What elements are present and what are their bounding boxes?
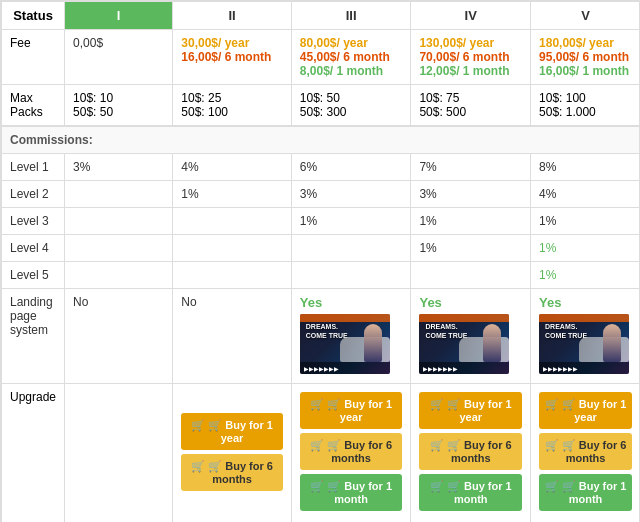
level5-row: Level 5 1% <box>2 262 641 289</box>
level3-ii <box>173 208 291 235</box>
level5-iv <box>411 262 531 289</box>
max-packs-ii: 10$: 25 50$: 100 <box>173 85 291 127</box>
upgrade-iv: 🛒 Buy for 1 year 🛒 Buy for 6 months 🛒 Bu… <box>411 384 531 523</box>
landing-v: Yes DREAMS.COME TRUE ▶▶▶▶▶▶▶ <box>531 289 640 384</box>
upgrade-iv-6months-button[interactable]: 🛒 Buy for 6 months <box>419 433 522 470</box>
landing-image-v: DREAMS.COME TRUE ▶▶▶▶▶▶▶ <box>539 314 629 374</box>
header-col-iv: IV <box>411 2 531 30</box>
level3-label: Level 3 <box>2 208 65 235</box>
upgrade-v-1month-button[interactable]: 🛒 Buy for 1 month <box>539 474 632 511</box>
landing-image-iv: DREAMS.COME TRUE ▶▶▶▶▶▶▶ <box>419 314 509 374</box>
landing-row: Landing page system No No Yes DREAMS.COM… <box>2 289 641 384</box>
level5-iii <box>291 262 411 289</box>
level1-label: Level 1 <box>2 154 65 181</box>
landing-image-iii: DREAMS.COME TRUE ▶▶▶▶▶▶▶ <box>300 314 390 374</box>
max-packs-iii: 10$: 50 50$: 300 <box>291 85 411 127</box>
upgrade-ii-1year-button[interactable]: 🛒 Buy for 1 year <box>181 413 282 450</box>
level5-ii <box>173 262 291 289</box>
level1-v: 8% <box>531 154 640 181</box>
upgrade-iv-1year-button[interactable]: 🛒 Buy for 1 year <box>419 392 522 429</box>
level2-ii: 1% <box>173 181 291 208</box>
landing-iv: Yes DREAMS.COME TRUE ▶▶▶▶▶▶▶ <box>411 289 531 384</box>
landing-iii: Yes DREAMS.COME TRUE ▶▶▶▶▶▶▶ <box>291 289 411 384</box>
level3-iv: 1% <box>411 208 531 235</box>
level4-iii <box>291 235 411 262</box>
level1-iii: 6% <box>291 154 411 181</box>
fee-iv: 130,00$/ year 70,00$/ 6 month 12,00$/ 1 … <box>411 30 531 85</box>
fee-ii: 30,00$/ year 16,00$/ 6 month <box>173 30 291 85</box>
landing-ii: No <box>173 289 291 384</box>
upgrade-iv-1month-button[interactable]: 🛒 Buy for 1 month <box>419 474 522 511</box>
max-packs-row: Max Packs 10$: 10 50$: 50 10$: 25 50$: 1… <box>2 85 641 127</box>
max-packs-i: 10$: 10 50$: 50 <box>65 85 173 127</box>
max-packs-v: 10$: 100 50$: 1.000 <box>531 85 640 127</box>
level1-iv: 7% <box>411 154 531 181</box>
max-packs-label: Max Packs <box>2 85 65 127</box>
fee-iii: 80,00$/ year 45,00$/ 6 month 8,00$/ 1 mo… <box>291 30 411 85</box>
level2-iv: 3% <box>411 181 531 208</box>
level1-row: Level 1 3% 4% 6% 7% 8% <box>2 154 641 181</box>
level1-i: 3% <box>65 154 173 181</box>
level4-iv: 1% <box>411 235 531 262</box>
level2-v: 4% <box>531 181 640 208</box>
upgrade-label: Upgrade <box>2 384 65 523</box>
level3-i <box>65 208 173 235</box>
upgrade-ii-6months-button[interactable]: 🛒 Buy for 6 months <box>181 454 282 491</box>
fee-i: 0,00$ <box>65 30 173 85</box>
level4-label: Level 4 <box>2 235 65 262</box>
level5-i <box>65 262 173 289</box>
level3-iii: 1% <box>291 208 411 235</box>
level1-ii: 4% <box>173 154 291 181</box>
level4-v: 1% <box>531 235 640 262</box>
level2-iii: 3% <box>291 181 411 208</box>
upgrade-row: Upgrade 🛒 Buy for 1 year 🛒 Buy for 6 mon… <box>2 384 641 523</box>
upgrade-v-6months-button[interactable]: 🛒 Buy for 6 months <box>539 433 632 470</box>
level4-row: Level 4 1% 1% <box>2 235 641 262</box>
upgrade-iii-1month-button[interactable]: 🛒 Buy for 1 month <box>300 474 403 511</box>
upgrade-iii: 🛒 Buy for 1 year 🛒 Buy for 6 months 🛒 Bu… <box>291 384 411 523</box>
landing-i: No <box>65 289 173 384</box>
level2-i <box>65 181 173 208</box>
fee-v: 180,00$/ year 95,00$/ 6 month 16,00$/ 1 … <box>531 30 640 85</box>
level2-label: Level 2 <box>2 181 65 208</box>
header-status: Status <box>2 2 65 30</box>
commissions-header-row: Commissions: <box>2 126 641 154</box>
commissions-header-label: Commissions: <box>2 126 641 154</box>
header-col-v: V <box>531 2 640 30</box>
landing-label: Landing page system <box>2 289 65 384</box>
header-col-i: I <box>65 2 173 30</box>
upgrade-iii-1year-button[interactable]: 🛒 Buy for 1 year <box>300 392 403 429</box>
upgrade-ii: 🛒 Buy for 1 year 🛒 Buy for 6 months <box>173 384 291 523</box>
level4-ii <box>173 235 291 262</box>
level3-v: 1% <box>531 208 640 235</box>
fee-label: Fee <box>2 30 65 85</box>
level3-row: Level 3 1% 1% 1% <box>2 208 641 235</box>
upgrade-iii-6months-button[interactable]: 🛒 Buy for 6 months <box>300 433 403 470</box>
fee-row: Fee 0,00$ 30,00$/ year 16,00$/ 6 month 8… <box>2 30 641 85</box>
level4-i <box>65 235 173 262</box>
max-packs-iv: 10$: 75 50$: 500 <box>411 85 531 127</box>
upgrade-i <box>65 384 173 523</box>
level2-row: Level 2 1% 3% 3% 4% <box>2 181 641 208</box>
header-col-iii: III <box>291 2 411 30</box>
upgrade-v: 🛒 Buy for 1 year 🛒 Buy for 6 months 🛒 Bu… <box>531 384 640 523</box>
upgrade-v-1year-button[interactable]: 🛒 Buy for 1 year <box>539 392 632 429</box>
level5-v: 1% <box>531 262 640 289</box>
level5-label: Level 5 <box>2 262 65 289</box>
header-col-ii: II <box>173 2 291 30</box>
